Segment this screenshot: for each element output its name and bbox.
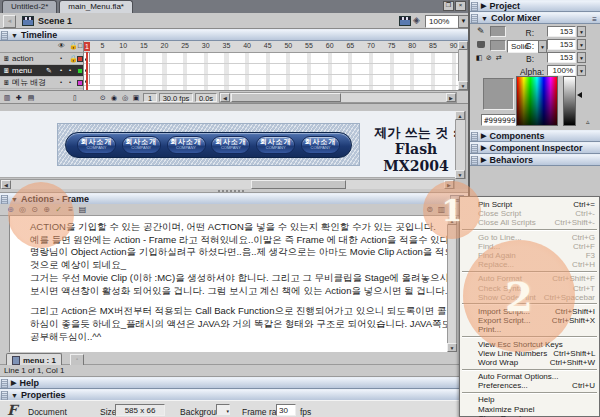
tab-main-menu-fla[interactable]: main_Menu.fla* xyxy=(59,0,133,13)
insert-target-path-icon[interactable]: ⊕ xyxy=(41,205,52,215)
menu-item-pin-script[interactable]: Pin ScriptCtrl+= xyxy=(460,200,599,209)
scroll-down-icon[interactable]: ▼ xyxy=(447,343,457,352)
no-color-icon[interactable]: ⊘ xyxy=(486,54,492,62)
layer-visible-dot-icon[interactable]: • xyxy=(60,67,62,73)
layer-unlock-dot-icon[interactable]: • xyxy=(69,67,71,73)
nav-button-회사소개[interactable]: 회사소개COMPANY xyxy=(77,136,116,154)
nav-button-회사소개[interactable]: 회사소개COMPANY xyxy=(167,136,206,154)
center-frame-icon[interactable]: ⊙ xyxy=(98,93,108,102)
panel-options-icon[interactable]: ≡ xyxy=(592,15,597,24)
check-syntax-icon[interactable]: ✓ xyxy=(53,205,64,215)
timeline-panel-header[interactable]: ▼ Timeline xyxy=(0,29,468,41)
layer-row-item[interactable]: 🗏메뉴 배경•• xyxy=(0,77,83,89)
find-replace-icon[interactable]: ⊙ xyxy=(29,205,40,215)
back-arrow-icon[interactable]: ◂ xyxy=(3,15,16,28)
panel-grip-icon[interactable] xyxy=(1,195,8,204)
menu-item-preferences[interactable]: Preferences...Ctrl+U xyxy=(460,381,599,390)
layer-visible-dot-icon[interactable]: • xyxy=(60,55,62,61)
project-panel-header[interactable]: ▶ Project xyxy=(470,0,600,12)
sidebar-panel-header-behaviors[interactable]: ▶Behaviors xyxy=(470,154,600,166)
panel-grip-icon[interactable] xyxy=(1,31,8,40)
onion-skin-icon[interactable]: ◉ xyxy=(109,93,119,102)
panel-grip-icon[interactable] xyxy=(471,156,478,165)
menu-item-word-wrap[interactable]: Word WrapCtrl+Shift+W xyxy=(460,358,599,367)
panel-grip-icon[interactable] xyxy=(471,132,478,141)
actions-toolbox-collapsed-strip[interactable] xyxy=(0,216,10,352)
insert-layer-folder-icon[interactable]: ▤ xyxy=(26,93,36,102)
layer-outline-color-swatch[interactable] xyxy=(77,80,83,86)
r-spinner-icon[interactable]: ▼ xyxy=(577,26,586,37)
outline-layers-icon[interactable]: □ xyxy=(78,42,82,49)
swap-colors-icon[interactable]: ⇄ xyxy=(496,54,502,62)
color-picker-gradient[interactable] xyxy=(516,76,558,126)
scroll-up-icon[interactable]: ▲ xyxy=(455,111,465,120)
menu-item-view-esc-shortcut-keys[interactable]: View Esc Shortcut Keys xyxy=(460,339,599,348)
size-button[interactable]: 585 x 66 pixels xyxy=(115,404,165,416)
framerate-input[interactable]: 30 xyxy=(276,404,296,416)
alpha-spinner-icon[interactable]: ▼ xyxy=(577,65,586,76)
show-hide-layers-icon[interactable]: 👁 xyxy=(58,42,65,49)
fill-bucket-icon[interactable] xyxy=(477,41,485,48)
view-options-icon[interactable]: ▾ xyxy=(448,205,459,215)
stage[interactable]: 회사소개COMPANY회사소개COMPANY회사소개COMPANY회사소개COM… xyxy=(0,111,455,178)
menu-item-help[interactable]: Help xyxy=(460,395,599,404)
scroll-right-icon[interactable]: ▶ xyxy=(444,180,454,189)
lock-layers-icon[interactable]: 🔒 xyxy=(69,42,78,50)
scroll-up-icon[interactable]: ▲ xyxy=(458,41,468,50)
nav-button-회사소개[interactable]: 회사소개COMPANY xyxy=(256,136,295,154)
panel-grip-icon[interactable] xyxy=(471,2,478,11)
scroll-up-icon[interactable]: ▲ xyxy=(447,216,457,225)
scrollbar-thumb[interactable] xyxy=(251,180,346,189)
delete-layer-trash-icon[interactable]: ▯ xyxy=(70,93,80,102)
restore-window-icon[interactable]: ❐ xyxy=(443,1,454,11)
insert-layer-icon[interactable]: ▥ xyxy=(2,93,12,102)
layer-row-item[interactable]: 🗏action•🔒 xyxy=(0,53,83,65)
onion-skin-outlines-icon[interactable]: ◎ xyxy=(120,93,130,102)
panel-collapse-triangle-icon[interactable]: ▵ xyxy=(586,118,590,126)
stroke-color-swatch[interactable] xyxy=(490,26,506,37)
playhead-marker[interactable]: 1 xyxy=(84,42,90,51)
stage-vertical-scrollbar[interactable]: ▲ ▼ xyxy=(455,111,466,179)
menu-item-maximize-panel[interactable]: Maximize Panel xyxy=(460,405,599,414)
script-pane[interactable]: ACTION을 기입할 수 있는 공간이며, 어떤 ACTION을 넣을 수 있… xyxy=(10,216,447,352)
menu-banner-graphic[interactable]: 회사소개COMPANY회사소개COMPANY회사소개COMPANY회사소개COM… xyxy=(57,123,360,166)
edit-symbol-icon[interactable]: ◈ xyxy=(413,15,420,25)
scroll-right-icon[interactable]: ▶ xyxy=(446,93,456,102)
scroll-left-icon[interactable]: ◀ xyxy=(220,93,230,102)
auto-format-icon[interactable]: ≡ xyxy=(65,205,76,215)
timeline-frame-grid[interactable]: 51015202530354045505560657075808590 1 xyxy=(84,41,458,90)
background-color-swatch[interactable]: ▾ xyxy=(216,404,230,415)
debug-options-icon[interactable]: ⊚ xyxy=(424,205,435,215)
g-spinner-icon[interactable]: ▼ xyxy=(577,39,586,50)
nav-button-회사소개[interactable]: 회사소개COMPANY xyxy=(211,136,250,154)
layer-unlock-dot-icon[interactable]: • xyxy=(69,79,71,85)
layer-name[interactable]: 메뉴 배경 xyxy=(12,77,83,88)
menu-item-auto-format-options[interactable]: Auto Format Options... xyxy=(460,372,599,381)
script-assist-icon[interactable]: ▥ xyxy=(436,205,447,215)
dropdown-arrow-icon[interactable]: ▼ xyxy=(538,40,547,53)
edit-scene-icon[interactable] xyxy=(399,16,411,26)
sidebar-panel-header-components[interactable]: ▶Components xyxy=(470,130,600,142)
menu-item-view-line-numbers[interactable]: View Line NumbersCtrl+Shift+L xyxy=(460,349,599,358)
scroll-down-icon[interactable]: ▼ xyxy=(458,81,468,90)
menu-item-export-script[interactable]: Export Script...Ctrl+Shift+X xyxy=(460,316,599,325)
layer-visible-dot-icon[interactable]: • xyxy=(60,79,62,85)
layer-outline-color-swatch[interactable] xyxy=(77,68,83,74)
slider-marker-icon[interactable] xyxy=(577,92,582,98)
find-icon[interactable]: ◎ xyxy=(17,205,28,215)
tab-untitled-2[interactable]: Untitled-2* xyxy=(2,0,57,13)
panel-grip-icon[interactable] xyxy=(471,144,478,153)
close-window-icon[interactable]: × xyxy=(455,1,466,11)
timeline-horizontal-scrollbar[interactable]: ◀ ▶ xyxy=(219,92,457,103)
panel-grip-icon[interactable] xyxy=(471,14,478,23)
r-input[interactable]: 153 xyxy=(547,26,576,37)
b-input[interactable]: 153 xyxy=(547,52,576,63)
fill-color-swatch[interactable] xyxy=(490,40,506,51)
nav-button-회사소개[interactable]: 회사소개COMPANY xyxy=(301,136,340,154)
default-colors-icon[interactable]: ◧ xyxy=(476,54,483,62)
b-spinner-icon[interactable]: ▼ xyxy=(577,52,586,63)
layer-outline-color-swatch[interactable] xyxy=(77,56,83,62)
sidebar-panel-header-component-inspector[interactable]: ▶Component Inspector xyxy=(470,142,600,154)
hex-color-input[interactable]: #999999 xyxy=(481,114,516,126)
layer-row-selected[interactable]: 🗏menu✎•• xyxy=(0,65,83,77)
